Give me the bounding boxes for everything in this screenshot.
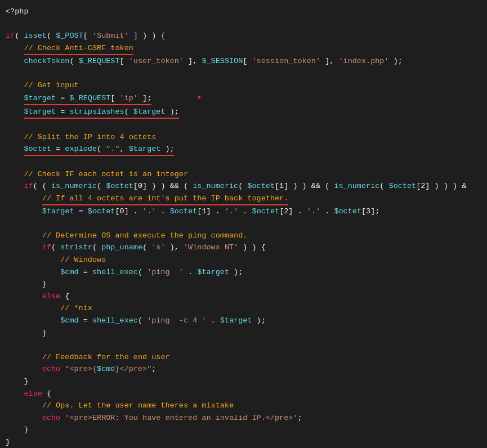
code-line-4: // Check Anti-CSRF token bbox=[6, 42, 478, 55]
code-line-3: if( isset( $_POST[ 'Submit' ] ) ) { bbox=[6, 30, 478, 42]
code-line-20: if( stristr( php_uname( 's' ), 'Windows … bbox=[6, 241, 478, 254]
code-line-32: else { bbox=[6, 388, 478, 400]
code-line-17: $target = $octet[0] . '.' . $octet[1] . … bbox=[6, 205, 478, 218]
code-line-26: $cmd = shell_exec( 'ping -c 4 ' . $targe… bbox=[6, 315, 478, 327]
code-line-31: } bbox=[6, 375, 478, 388]
code-line-16: // If all 4 octets are int's put the IP … bbox=[6, 192, 478, 205]
code-viewer: <?php if( isset( $_POST[ 'Submit' ] ) ) … bbox=[0, 0, 487, 448]
code-line-24: else { bbox=[6, 290, 478, 303]
code-line-13 bbox=[6, 156, 478, 168]
code-line-35: } bbox=[6, 424, 478, 436]
code-line-18 bbox=[6, 217, 478, 230]
code-line-34: echo '<pre>ERROR: You have entered an in… bbox=[6, 412, 478, 424]
code-line-28 bbox=[6, 339, 478, 351]
code-line-1: <?php bbox=[6, 6, 478, 18]
code-line-36: } bbox=[6, 436, 478, 448]
code-line-30: echo "<pre>{$cmd}</pre>"; bbox=[6, 363, 478, 375]
code-line-7: // Get input bbox=[6, 79, 478, 92]
code-line-33: // Ops. Let the user name theres a mista… bbox=[6, 400, 478, 412]
code-line-23: } bbox=[6, 278, 478, 290]
code-line-22: $cmd = shell_exec( 'ping ' . $target ); bbox=[6, 266, 478, 279]
code-line-11: // Split the IP into 4 octets bbox=[6, 131, 478, 144]
code-line-12: $octet = explode( ".", $target ); bbox=[6, 143, 478, 156]
code-line-5: checkToken( $_REQUEST[ 'user_token' ], $… bbox=[6, 55, 478, 68]
code-line-27: } bbox=[6, 327, 478, 339]
code-line-29: // Feedback for the end user bbox=[6, 351, 478, 364]
code-line-10 bbox=[6, 119, 478, 131]
code-line-21: // Windows bbox=[6, 254, 478, 266]
code-line-2 bbox=[6, 18, 478, 30]
code-line-19: // Determine OS and execute the ping com… bbox=[6, 230, 478, 242]
code-line-6 bbox=[6, 67, 478, 79]
code-line-15: if( ( is_numeric( $octet[0] ) ) && ( is_… bbox=[6, 180, 478, 192]
code-line-14: // Check IF each octet is an integer bbox=[6, 168, 478, 181]
code-line-8: $target = $_REQUEST[ 'ip' ];• bbox=[6, 91, 478, 106]
code-line-9: $target = stripslashes( $target ); bbox=[6, 106, 478, 119]
code-line-25: // *nix bbox=[6, 302, 478, 315]
